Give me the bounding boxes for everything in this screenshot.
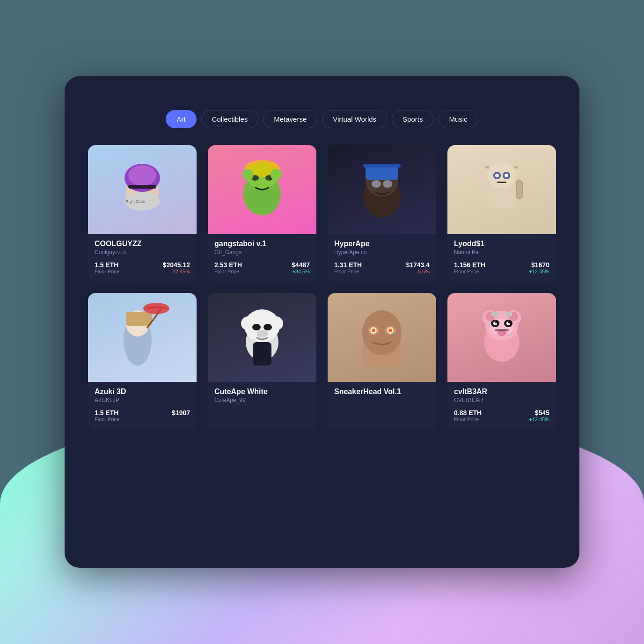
- svg-point-41: [263, 324, 272, 330]
- card-price-eth-4: 1.156 ETH: [454, 261, 485, 269]
- card-price-change-1: -12.45%: [163, 269, 190, 274]
- card-price-change-4: +12.45%: [529, 269, 549, 274]
- tab-music[interactable]: Music: [438, 110, 478, 128]
- card-price-usd-5: $1907: [172, 409, 190, 417]
- collection-card-8[interactable]: cvltB3ARCVLTBEAR0.88 ETHFloor Price$545+…: [447, 293, 556, 430]
- card-creator-5: AZUKI.JP: [95, 397, 190, 403]
- main-container: ArtCollectiblesMetaverseVirtual WorldsSp…: [65, 76, 579, 568]
- svg-rect-17: [363, 164, 401, 168]
- card-price-usd-8: $545: [529, 409, 549, 417]
- tab-metaverse[interactable]: Metaverse: [263, 110, 317, 128]
- collection-card-4[interactable]: Lyodd$1Naomi Pa1.156 ETHFloor Price$1670…: [447, 145, 556, 282]
- card-price-eth-2: 2.53 ETH: [214, 261, 242, 269]
- svg-rect-28: [514, 166, 518, 168]
- card-price-eth-3: 1.31 ETH: [334, 261, 362, 269]
- svg-point-42: [256, 330, 268, 337]
- card-name-8: cvltB3AR: [454, 388, 549, 396]
- svg-rect-3: [128, 185, 156, 189]
- svg-rect-27: [485, 166, 489, 168]
- svg-point-63: [495, 322, 497, 323]
- tab-collectibles[interactable]: Collectibles: [201, 110, 259, 128]
- card-price-label-2: Floor Price: [214, 269, 242, 274]
- card-price-usd-3: $1743.4: [406, 261, 430, 269]
- svg-rect-43: [253, 342, 271, 366]
- svg-rect-66: [495, 329, 509, 331]
- collection-card-1[interactable]: Right CLick COOLGUYZZCoolguyzz.io1.5 ETH…: [88, 145, 197, 282]
- card-creator-3: HyperApe.co: [334, 249, 430, 256]
- card-creator-4: Naomi Pa: [454, 249, 549, 256]
- card-name-3: HyperApe: [334, 240, 430, 248]
- card-name-6: CuteApe White: [214, 388, 310, 396]
- card-image-5: [88, 293, 197, 382]
- card-price-change-2: +34.5%: [292, 269, 310, 274]
- card-image-3: [328, 145, 436, 234]
- card-price-usd-1: $2045.12: [163, 261, 190, 269]
- svg-point-25: [505, 174, 508, 177]
- svg-point-12: [242, 169, 254, 180]
- svg-point-18: [372, 180, 381, 188]
- collections-grid: Right CLick COOLGUYZZCoolguyzz.io1.5 ETH…: [88, 145, 556, 430]
- card-price-change-8: +12.45%: [529, 417, 549, 422]
- card-creator-1: Coolguyzz.io: [95, 249, 190, 256]
- card-image-8: [447, 293, 556, 382]
- svg-point-24: [495, 174, 499, 177]
- card-price-usd-2: $4487: [292, 261, 310, 269]
- tab-sports[interactable]: Sports: [392, 110, 433, 128]
- svg-point-45: [362, 310, 402, 355]
- card-price-usd-4: $1670: [529, 261, 549, 269]
- card-name-7: SneakerHead Vol.1: [334, 388, 430, 396]
- svg-point-19: [383, 180, 392, 188]
- tab-virtual-worlds[interactable]: Virtual Worlds: [322, 110, 387, 128]
- card-name-2: gangstaboi v.1: [214, 240, 310, 248]
- collection-card-2[interactable]: gangstaboi v.1G8_Gangs2.53 ETHFloor Pric…: [208, 145, 316, 282]
- card-price-change-3: -5.5%: [406, 269, 430, 274]
- svg-rect-67: [491, 312, 498, 316]
- svg-point-13: [271, 169, 282, 180]
- card-image-1: Right CLick: [88, 145, 197, 234]
- card-name-4: Lyodd$1: [454, 240, 549, 248]
- card-image-6: [208, 293, 316, 382]
- svg-point-50: [372, 329, 375, 332]
- svg-rect-26: [497, 182, 506, 183]
- svg-point-21: [488, 162, 516, 189]
- collection-card-6[interactable]: CuteApe WhiteCuteApe_99: [208, 293, 316, 430]
- tab-art[interactable]: Art: [166, 110, 196, 128]
- card-price-label-8: Floor Price: [454, 417, 482, 422]
- collection-card-7[interactable]: SneakerHead Vol.1: [328, 293, 436, 430]
- card-price-label-5: Floor Price: [95, 417, 119, 422]
- card-name-1: COOLGUYZZ: [95, 240, 190, 248]
- card-price-eth-8: 0.88 ETH: [454, 409, 482, 417]
- card-price-eth-1: 1.5 ETH: [95, 261, 119, 269]
- card-image-7: [328, 293, 436, 382]
- svg-point-64: [508, 322, 510, 323]
- card-name-5: Azuki 3D: [95, 388, 190, 396]
- card-creator-6: CuteApe_99: [214, 397, 310, 403]
- svg-point-40: [252, 324, 261, 330]
- collection-card-3[interactable]: HyperApeHyperApe.co1.31 ETHFloor Price$1…: [328, 145, 436, 282]
- card-image-2: [208, 145, 316, 234]
- card-image-4: [447, 145, 556, 234]
- card-creator-2: G8_Gangs: [214, 249, 310, 256]
- card-price-label-4: Floor Price: [454, 269, 485, 274]
- card-creator-8: CVLTBEAR: [454, 397, 549, 403]
- card-price-label-1: Floor Price: [95, 269, 119, 274]
- svg-text:Right CLick: Right CLick: [126, 199, 146, 204]
- collection-card-5[interactable]: Azuki 3DAZUKI.JP1.5 ETHFloor Price$1907: [88, 293, 197, 430]
- svg-rect-33: [126, 312, 152, 326]
- svg-point-2: [128, 165, 156, 186]
- svg-rect-30: [517, 181, 522, 198]
- svg-rect-68: [505, 312, 512, 316]
- card-price-label-3: Floor Price: [334, 269, 362, 274]
- svg-point-51: [388, 329, 392, 332]
- card-price-eth-5: 1.5 ETH: [95, 409, 119, 417]
- tab-bar: ArtCollectiblesMetaverseVirtual WorldsSp…: [88, 110, 556, 128]
